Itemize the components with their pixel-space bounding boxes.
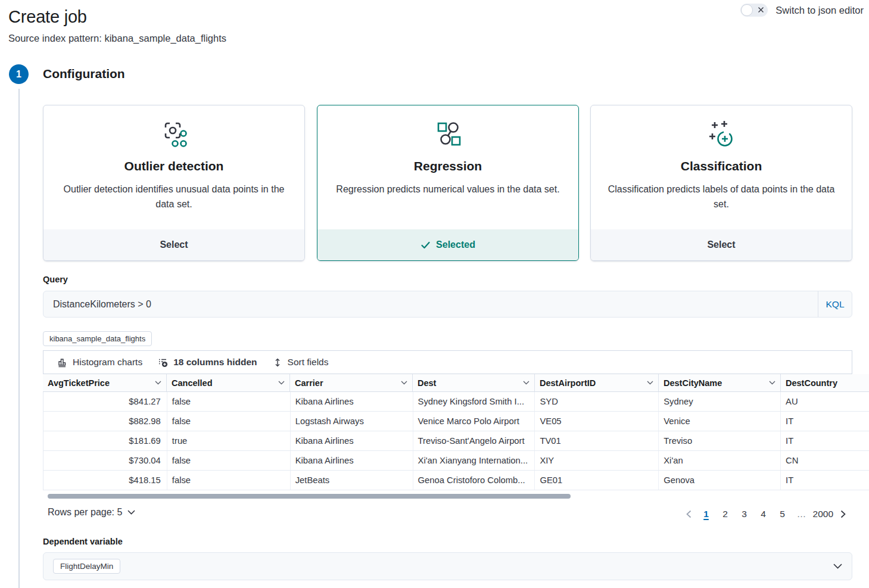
json-editor-switch[interactable]: [740, 4, 768, 17]
page-title: Create job: [8, 7, 87, 27]
chevron-down-icon[interactable]: [523, 381, 530, 385]
page-button-4[interactable]: 4: [756, 506, 771, 522]
json-editor-toggle-group: Switch to json editor: [740, 4, 864, 17]
cell-cancelled: false: [167, 471, 291, 490]
select-outlier-button[interactable]: Select: [43, 229, 304, 260]
query-input[interactable]: DistanceKilometers > 0: [43, 299, 818, 310]
selected-label: Selected: [436, 239, 475, 250]
chevron-down-icon[interactable]: [155, 381, 161, 385]
query-label: Query: [43, 275, 68, 284]
cell-carrier: Kibana Airlines: [291, 392, 413, 411]
chevron-down-icon[interactable]: [833, 564, 842, 569]
chevron-left-icon: [686, 510, 692, 518]
card-regression[interactable]: Regression Regression predicts numerical…: [317, 105, 579, 261]
pagination: 1 2 3 4 5 … 2000: [681, 506, 851, 522]
rows-per-page-select[interactable]: Rows per page: 5: [48, 507, 135, 518]
columns-list-add-icon: [158, 357, 168, 368]
column-header-destairportid[interactable]: DestAirportID: [535, 374, 659, 391]
card-description: Outlier detection identifies unusual dat…: [58, 182, 290, 212]
cell-carrier: Logstash Airways: [291, 412, 413, 431]
cell-destairportid: XIY: [535, 451, 659, 470]
column-header-destcityname[interactable]: DestCityName: [659, 374, 781, 391]
histogram-charts-button[interactable]: Histogram charts: [57, 357, 142, 368]
column-header-carrier[interactable]: Carrier: [290, 374, 413, 391]
card-description: Classification predicts labels of data p…: [605, 182, 837, 212]
cell-dest: Venice Marco Polo Airport: [413, 412, 535, 431]
cell-cancelled: true: [167, 431, 291, 450]
table-row: $181.69 true Kibana Airlines Treviso-San…: [43, 431, 869, 451]
regression-selected-button[interactable]: Selected: [317, 229, 578, 260]
chevron-down-icon[interactable]: [647, 381, 653, 385]
cell-destcountry: IT: [781, 471, 869, 490]
dependent-variable-combobox[interactable]: FlightDelayMin: [43, 552, 852, 580]
index-pattern-badge: kibana_sample_data_flights: [43, 331, 152, 346]
next-page-button[interactable]: [835, 506, 851, 522]
cell-cancelled: false: [167, 412, 291, 431]
column-header-dest[interactable]: Dest: [413, 374, 535, 391]
page-button-5[interactable]: 5: [775, 506, 790, 522]
chevron-down-icon[interactable]: [401, 381, 407, 385]
column-label: Carrier: [295, 378, 323, 388]
step-number-badge: 1: [9, 64, 29, 84]
previous-page-button[interactable]: [681, 506, 697, 522]
grid-body: $841.27 false Kibana Airlines Sydney Kin…: [43, 392, 869, 490]
cell-destcountry: IT: [781, 412, 869, 431]
column-header-cancelled[interactable]: Cancelled: [167, 374, 290, 391]
column-header-destcountry[interactable]: DestCountry: [781, 374, 869, 391]
cell-destcityname: Genova: [659, 471, 781, 490]
chevron-right-icon: [840, 510, 846, 518]
chevron-down-icon[interactable]: [769, 381, 775, 385]
cell-cancelled: false: [167, 392, 291, 411]
regression-icon: [332, 120, 564, 151]
page-button-1[interactable]: 1: [699, 506, 714, 522]
card-title: Classification: [605, 159, 837, 173]
card-classification[interactable]: Classification Classification predicts l…: [590, 105, 852, 261]
kql-language-button[interactable]: KQL: [818, 291, 852, 317]
column-label: Cancelled: [172, 378, 213, 388]
cell-destairportid: SYD: [535, 392, 659, 411]
json-editor-toggle-label: Switch to json editor: [775, 5, 864, 16]
grid-toolbar: Histogram charts 18 columns hidden Sor: [43, 350, 852, 374]
page-button-2000[interactable]: 2000: [813, 506, 833, 522]
sort-icon: [273, 357, 282, 368]
grid-header-row: AvgTicketPrice Cancelled Carrier Dest De…: [43, 374, 869, 392]
cell-destcountry: IT: [781, 431, 869, 450]
cell-destcityname: Xi'an: [659, 451, 781, 470]
histogram-charts-label: Histogram charts: [73, 357, 142, 368]
outlier-detection-icon: [58, 120, 290, 151]
card-body: Classification Classification predicts l…: [591, 105, 852, 229]
table-row: $882.98 false Logstash Airways Venice Ma…: [43, 412, 869, 431]
switch-knob: [741, 4, 753, 16]
horizontal-scrollbar[interactable]: [48, 494, 571, 499]
columns-hidden-button[interactable]: 18 columns hidden: [158, 357, 257, 368]
cell-destairportid: GE01: [535, 471, 659, 490]
cell-carrier: Kibana Airlines: [291, 431, 413, 450]
cell-destcityname: Treviso: [659, 431, 781, 450]
cell-dest: Xi'an Xianyang Internation...: [413, 451, 535, 470]
histogram-icon: [57, 357, 67, 368]
sort-fields-button[interactable]: Sort fields: [273, 357, 329, 368]
cell-destcityname: Venice: [659, 412, 781, 431]
card-title: Outlier detection: [58, 159, 290, 173]
chevron-down-icon[interactable]: [278, 381, 285, 385]
select-label: Select: [707, 239, 735, 250]
card-outlier-detection[interactable]: Outlier detection Outlier detection iden…: [43, 105, 305, 261]
column-header-avgticketprice[interactable]: AvgTicketPrice: [43, 374, 167, 391]
dependent-variable-value-pill: FlightDelayMin: [53, 559, 120, 574]
cell-dest: Sydney Kingsford Smith I...: [413, 392, 535, 411]
select-classification-button[interactable]: Select: [591, 229, 852, 260]
switch-off-icon: [758, 7, 764, 13]
page-button-3[interactable]: 3: [737, 506, 752, 522]
cell-destairportid: TV01: [535, 431, 659, 450]
cell-carrier: JetBeats: [291, 471, 413, 490]
column-label: DestAirportID: [540, 378, 596, 388]
column-label: AvgTicketPrice: [48, 378, 110, 388]
cell-avgticketprice: $730.04: [43, 451, 167, 470]
cell-avgticketprice: $882.98: [43, 412, 167, 431]
cell-avgticketprice: $181.69: [43, 431, 167, 450]
table-row: $418.15 false JetBeats Genoa Cristoforo …: [43, 471, 869, 490]
cell-destcityname: Sydney: [659, 392, 781, 411]
page-button-2[interactable]: 2: [718, 506, 733, 522]
cell-destcountry: CN: [781, 451, 869, 470]
column-label: Dest: [418, 378, 436, 388]
